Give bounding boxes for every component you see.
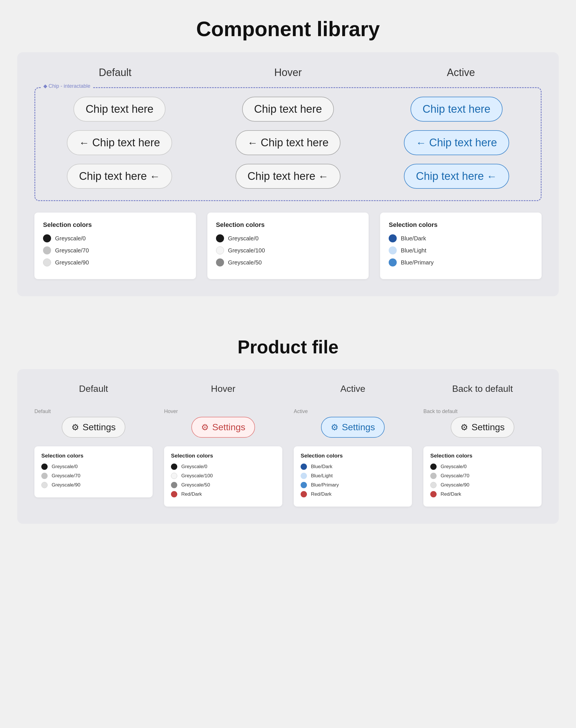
psc-active-red-dark: Red/Dark bbox=[300, 491, 405, 497]
psc-default-gs70: Greyscale/70 bbox=[41, 473, 146, 479]
psc-hover-dot-gs0 bbox=[171, 464, 177, 470]
product-col-header-active: Active bbox=[294, 383, 412, 394]
psc-active-dot-red-dark bbox=[300, 491, 307, 497]
chip-hover-plain-text: Chip text here bbox=[254, 103, 322, 115]
dashed-label: ◆ Chip - interactable bbox=[41, 83, 93, 89]
settings-chip-back[interactable]: ⚙ Settings bbox=[451, 417, 515, 438]
psc-back-dot-gs0 bbox=[430, 464, 437, 470]
psc-active-blue-dark: Blue/Dark bbox=[300, 464, 405, 470]
psc-active-dot-blue-dark bbox=[300, 464, 307, 470]
psc-hover-dot-gs100 bbox=[171, 473, 177, 479]
psc-back-gs0: Greyscale/0 bbox=[430, 464, 535, 470]
color-dot-hover-gs100 bbox=[216, 246, 224, 255]
selection-card-active: Selection colors Blue/Dark Blue/Light Bl… bbox=[380, 212, 542, 279]
chips-grid: Chip text here ← Chip text here Chip tex… bbox=[41, 97, 535, 189]
arrow-right-icon: ← bbox=[150, 170, 160, 182]
arrow-right-active-icon: ← bbox=[487, 170, 497, 182]
dashed-label-text: Chip - interactable bbox=[49, 83, 90, 89]
chip-active-plain[interactable]: Chip text here bbox=[410, 97, 502, 122]
psc-hover-gs100: Greyscale/100 bbox=[171, 473, 276, 479]
component-library-panel: Default Hover Active ◆ Chip - interactab… bbox=[17, 52, 559, 296]
chip-active-plain-text: Chip text here bbox=[423, 103, 491, 115]
psc-hover-label-gs100: Greyscale/100 bbox=[181, 473, 213, 479]
psc-back-label-red-dark: Red/Dark bbox=[441, 491, 461, 497]
psc-hover-dot-gs50 bbox=[171, 482, 177, 488]
chip-active-arrow-left[interactable]: ← Chip text here bbox=[404, 130, 509, 155]
psc-hover-label-red-dark: Red/Dark bbox=[181, 491, 202, 497]
chip-default-arrow-right-text: Chip text here bbox=[79, 170, 147, 182]
settings-chip-default[interactable]: ⚙ Settings bbox=[62, 417, 126, 438]
color-row-hover-gs50: Greyscale/50 bbox=[216, 258, 360, 266]
product-selection-card-active: Selection colors Blue/Dark Blue/Light Bl… bbox=[294, 446, 412, 506]
psc-back-gs90: Greyscale/90 bbox=[430, 482, 535, 488]
color-row-gs0: Greyscale/0 bbox=[43, 234, 187, 242]
gear-icon-hover: ⚙ bbox=[201, 422, 209, 432]
psc-back-label-gs0: Greyscale/0 bbox=[441, 464, 467, 470]
chip-hover-arrow-right-text: Chip text here bbox=[248, 170, 316, 182]
psc-default-label-gs90: Greyscale/90 bbox=[52, 482, 80, 488]
color-label-active-blue-dark: Blue/Dark bbox=[401, 235, 426, 242]
psc-hover-gs50: Greyscale/50 bbox=[171, 482, 276, 488]
chip-hover-arrow-right[interactable]: Chip text here ← bbox=[235, 164, 341, 189]
product-file-title: Product file bbox=[0, 319, 576, 369]
col-headers: Default Hover Active bbox=[34, 66, 542, 79]
psc-hover-title: Selection colors bbox=[171, 453, 276, 459]
psc-default-label-gs0: Greyscale/0 bbox=[52, 464, 78, 470]
chip-default-plain[interactable]: Chip text here bbox=[74, 97, 166, 122]
product-col-hover: Hover ⚙ Settings Selection colors Greysc… bbox=[164, 408, 282, 506]
chip-default-plain-text: Chip text here bbox=[85, 103, 153, 115]
chip-col-active: Chip text here ← Chip text here Chip tex… bbox=[378, 97, 535, 189]
psc-default-gs0: Greyscale/0 bbox=[41, 464, 146, 470]
psc-active-dot-blue-light bbox=[300, 473, 307, 479]
psc-back-title: Selection colors bbox=[430, 453, 535, 459]
selection-card-hover: Selection colors Greyscale/0 Greyscale/1… bbox=[207, 212, 369, 279]
settings-chip-default-label: Settings bbox=[83, 422, 116, 433]
product-state-label-hover: Hover bbox=[164, 408, 178, 414]
gear-icon-back: ⚙ bbox=[460, 422, 468, 432]
psc-hover-label-gs0: Greyscale/0 bbox=[181, 464, 207, 470]
color-row-active-blue-dark: Blue/Dark bbox=[389, 234, 533, 242]
chip-default-arrow-left-text: Chip text here bbox=[92, 137, 160, 149]
color-row-active-blue-light: Blue/Light bbox=[389, 246, 533, 255]
psc-default-gs90: Greyscale/90 bbox=[41, 482, 146, 488]
color-row-active-blue-primary: Blue/Primary bbox=[389, 258, 533, 266]
psc-default-dot-gs90 bbox=[41, 482, 48, 488]
product-col-back: Back to default ⚙ Settings Selection col… bbox=[423, 408, 542, 506]
psc-active-blue-light: Blue/Light bbox=[300, 473, 405, 479]
color-dot-active-blue-dark bbox=[389, 234, 397, 242]
chip-active-arrow-right-text: Chip text here bbox=[416, 170, 484, 182]
settings-chip-active[interactable]: ⚙ Settings bbox=[321, 417, 385, 438]
chip-hover-plain[interactable]: Chip text here bbox=[242, 97, 334, 122]
product-col-active: Active ⚙ Settings Selection colors Blue/… bbox=[294, 408, 412, 506]
chip-default-arrow-left[interactable]: ← Chip text here bbox=[67, 130, 172, 155]
page-title: Component library bbox=[0, 0, 576, 52]
color-dot-gs90 bbox=[43, 258, 51, 266]
psc-active-label-red-dark: Red/Dark bbox=[311, 491, 332, 497]
settings-chip-hover[interactable]: ⚙ Settings bbox=[191, 417, 255, 438]
psc-hover-label-gs50: Greyscale/50 bbox=[181, 482, 210, 488]
arrow-left-icon: ← bbox=[79, 137, 89, 149]
chip-hover-arrow-left-text: Chip text here bbox=[261, 137, 329, 149]
color-dot-active-blue-primary bbox=[389, 258, 397, 266]
psc-back-label-gs90: Greyscale/90 bbox=[441, 482, 469, 488]
psc-hover-red-dark: Red/Dark bbox=[171, 491, 276, 497]
color-dot-hover-gs50 bbox=[216, 258, 224, 266]
chip-default-arrow-right[interactable]: Chip text here ← bbox=[67, 164, 172, 189]
product-col-header-back: Back to default bbox=[423, 383, 542, 394]
color-label-hover-gs100: Greyscale/100 bbox=[228, 247, 265, 254]
chip-active-arrow-right[interactable]: Chip text here ← bbox=[404, 164, 509, 189]
psc-back-label-gs70: Greyscale/70 bbox=[441, 473, 469, 479]
col-header-hover: Hover bbox=[207, 66, 369, 79]
psc-active-label-blue-dark: Blue/Dark bbox=[311, 464, 333, 470]
gear-icon-active: ⚙ bbox=[331, 422, 339, 432]
psc-back-dot-gs70 bbox=[430, 473, 437, 479]
chip-hover-arrow-left[interactable]: ← Chip text here bbox=[235, 130, 341, 155]
product-col-header-hover: Hover bbox=[164, 383, 282, 394]
settings-chip-hover-label: Settings bbox=[212, 422, 246, 433]
col-header-default: Default bbox=[34, 66, 196, 79]
psc-default-dot-gs0 bbox=[41, 464, 48, 470]
color-row-hover-gs100: Greyscale/100 bbox=[216, 246, 360, 255]
arrow-right-hover-icon: ← bbox=[318, 170, 328, 182]
psc-hover-dot-red-dark bbox=[171, 491, 177, 497]
color-dot-active-blue-light bbox=[389, 246, 397, 255]
